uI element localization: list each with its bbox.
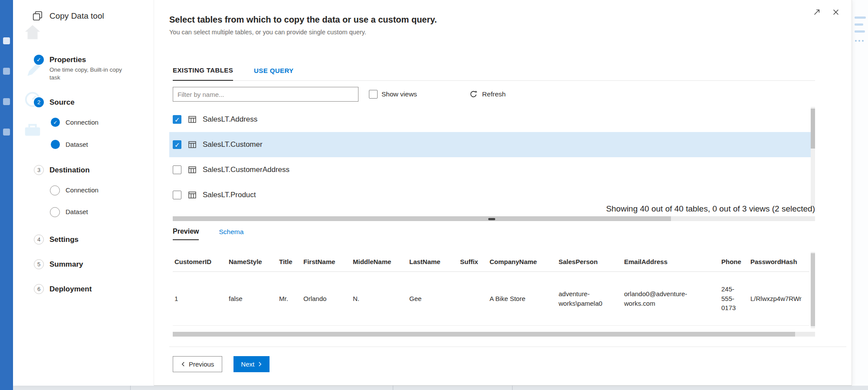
table-row[interactable]: SalesLT.Customer [169, 132, 811, 157]
step-label: Summary [49, 259, 83, 269]
cell-customerid: 1 [173, 294, 227, 304]
substep-todo-icon [50, 185, 60, 195]
table-row[interactable]: SalesLT.Address [169, 107, 811, 132]
table-name: SalesLT.Customer [203, 140, 263, 149]
close-icon[interactable] [832, 8, 840, 17]
filter-input[interactable] [173, 87, 358, 102]
background-dot [862, 40, 864, 42]
table-icon [188, 165, 197, 174]
cell-companyname: A Bike Store [488, 294, 557, 304]
nav-strip-icon [3, 129, 10, 136]
table-row[interactable]: SalesLT.CustomerAddress [169, 157, 811, 182]
cell-title: Mr. [277, 294, 302, 304]
step-label: Deployment [49, 284, 92, 294]
substep-done-icon [51, 118, 60, 127]
nav-strip-icon [3, 37, 10, 44]
table-icon [188, 191, 197, 199]
row-checkbox[interactable] [173, 191, 181, 199]
background-bottom [13, 386, 868, 390]
background-line [855, 30, 865, 33]
step-number-icon: 2 [34, 97, 44, 107]
tab-existing-tables[interactable]: EXISTING TABLES [173, 66, 233, 81]
dialog-controls [812, 8, 840, 17]
background-dot [858, 40, 860, 42]
column-header: PasswordHash [749, 257, 809, 267]
azure-nav-strip [0, 0, 13, 390]
ghost-home-icon [23, 23, 43, 43]
background-line [855, 17, 866, 19]
cell-lastname: Gee [408, 294, 458, 304]
cell-firstname: Orlando [302, 294, 351, 304]
step-destination[interactable]: 3 Destination [34, 165, 90, 175]
tab-use-query[interactable]: USE QUERY [254, 67, 293, 80]
column-header: Phone [720, 257, 749, 267]
step-source[interactable]: 2 Source [34, 97, 75, 107]
scrollbar-thumb[interactable] [173, 216, 671, 221]
step-number-icon: 5 [34, 259, 44, 269]
page-title: Select tables from which to copy the dat… [169, 15, 437, 25]
show-views-label: Show views [381, 90, 417, 98]
step-settings[interactable]: 4 Settings [34, 235, 79, 245]
chevron-left-icon [181, 361, 185, 367]
previous-button[interactable]: Previous [173, 356, 222, 372]
step-label: Properties [49, 55, 125, 65]
substep-current-icon [51, 140, 60, 149]
scrollbar-thumb[interactable] [173, 332, 795, 337]
scrollbar-thumb[interactable] [811, 253, 815, 326]
table-list-scrollbar[interactable] [811, 107, 815, 208]
column-header: CustomerID [173, 257, 227, 267]
substep-label: Dataset [66, 207, 88, 217]
row-checkbox[interactable] [173, 115, 181, 124]
table-name: SalesLT.Address [203, 115, 257, 124]
column-header: EmailAddress [622, 257, 720, 267]
previous-label: Previous [189, 360, 214, 368]
background-dot [855, 40, 857, 42]
page-subtitle: You can select multiple tables, or you c… [169, 29, 366, 36]
next-label: Next [241, 360, 254, 368]
footer-buttons: Previous Next [173, 356, 270, 372]
tab-preview[interactable]: Preview [173, 228, 199, 240]
substep-label: Dataset [66, 140, 88, 149]
cell-phone: 245-555-0173 [720, 284, 749, 313]
table-name: SalesLT.Product [203, 191, 256, 199]
scrollbar-thumb[interactable] [811, 109, 815, 149]
step-deployment[interactable]: 6 Deployment [34, 284, 92, 294]
tab-schema[interactable]: Schema [219, 228, 243, 236]
screen: Copy Data tool Properties One time copy,… [0, 0, 868, 390]
step-summary[interactable]: 5 Summary [34, 259, 83, 269]
step-properties[interactable]: Properties One time copy, Built-in copy … [34, 55, 125, 81]
column-header: FirstName [302, 257, 351, 267]
tool-title: Copy Data tool [49, 11, 104, 21]
nav-strip-icon [3, 98, 10, 105]
step-source-dataset[interactable]: Dataset [51, 140, 88, 149]
row-checkbox[interactable] [173, 140, 181, 149]
dialog-main: Select tables from which to copy the dat… [169, 0, 815, 386]
ghost-toolbox-icon [23, 120, 43, 140]
next-button[interactable]: Next [233, 356, 270, 372]
column-header: Suffix [458, 257, 488, 267]
background-divider [393, 386, 393, 390]
pane-resize-handle[interactable] [488, 218, 495, 220]
wizard-sidebar: Copy Data tool Properties One time copy,… [13, 0, 154, 386]
row-checkbox[interactable] [173, 165, 181, 174]
background-divider [130, 386, 131, 390]
preview-hscrollbar[interactable] [173, 332, 815, 337]
table-source-tabs: EXISTING TABLES USE QUERY [173, 57, 815, 81]
table-list: SalesLT.Address SalesLT.Customer SalesLT… [169, 107, 811, 208]
refresh-button[interactable]: Refresh [469, 90, 506, 99]
step-destination-connection[interactable]: Connection [50, 185, 99, 195]
show-views-checkbox[interactable] [369, 90, 378, 99]
preview-tabs: Preview Schema [173, 228, 243, 240]
substep-label: Connection [66, 118, 99, 127]
column-header: CompanyName [488, 257, 557, 267]
step-source-connection[interactable]: Connection [51, 118, 99, 127]
preview-scrollbar[interactable] [811, 252, 815, 328]
step-number-icon: 4 [34, 235, 44, 245]
chevron-right-icon [258, 361, 262, 367]
background-line [855, 23, 863, 26]
step-destination-dataset[interactable]: Dataset [50, 207, 88, 217]
substep-label: Connection [66, 185, 99, 195]
cell-salesperson: adventure-works\pamela0 [557, 289, 622, 308]
tables-toolbar: Show views Refresh [173, 87, 506, 102]
table-name: SalesLT.CustomerAddress [203, 165, 289, 174]
